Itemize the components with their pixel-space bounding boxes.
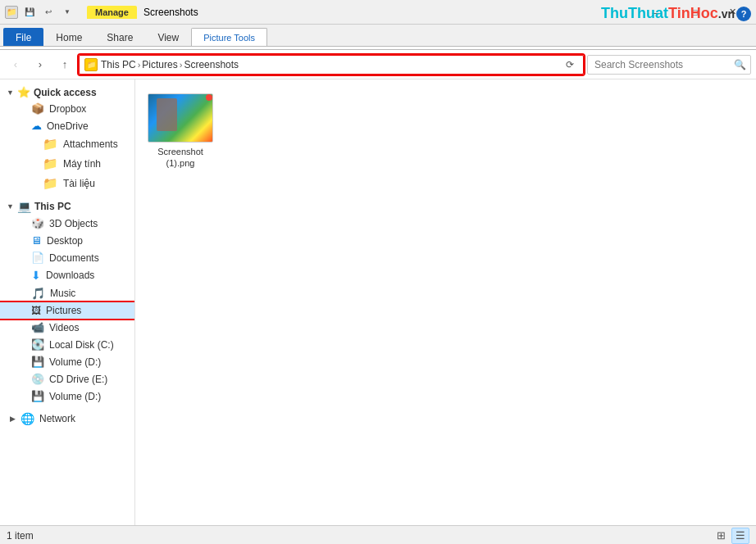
back-button[interactable]: ‹ [5,54,26,75]
view-toggle: ⊞ ☰ [712,528,749,544]
tab-file[interactable]: File [3,28,43,46]
sidebar-item-onedrive[interactable]: ☁ OneDrive [0,117,134,134]
breadcrumb-screenshots[interactable]: Screenshots [184,59,239,70]
expand-arrow-quick-access: ▼ [7,88,14,97]
sidebar-item-volume-d2[interactable]: 💾 Volume (D:) [0,388,134,405]
title-bar-left: 📁 💾 ↩ ▼ Manage Screenshots [5,4,198,20]
sidebar-label-network: Network [39,413,75,424]
sidebar-item-downloads[interactable]: ⬇ Downloads [0,266,134,284]
breadcrumb-sep-1: › [138,60,141,70]
forward-button[interactable]: › [30,54,51,75]
sidebar-label-may-tinh: Máy tính [63,158,101,170]
window-title: Screenshots [143,7,198,18]
3d-objects-icon: 🎲 [31,217,44,229]
app-icon: 📁 [5,6,18,19]
address-bar-folder-icon: 📁 [84,58,98,71]
expand-arrow-network: ▶ [10,415,16,423]
tab-picture-tools[interactable]: Picture Tools [191,28,267,46]
qat-undo[interactable]: ↩ [40,4,57,20]
documents-icon: 📄 [31,252,44,264]
qat-save[interactable]: 💾 [21,4,38,20]
pictures-icon: 🖼 [31,305,41,316]
sidebar-item-local-disk-c[interactable]: 💽 Local Disk (C:) [0,336,134,353]
view-grid-button[interactable]: ⊞ [712,528,730,544]
status-bar: 1 item ⊞ ☰ [0,525,756,544]
search-container: 🔍 [587,55,751,75]
sidebar-label-onedrive: OneDrive [47,120,89,132]
sidebar-item-network[interactable]: ▶ 🌐 Network [0,410,134,428]
sidebar-label-videos: Videos [49,322,79,333]
network-icon: 🌐 [20,412,34,425]
quick-access-toolbar: 💾 ↩ ▼ [21,4,75,20]
main-layout: ▼ ⭐ Quick access 📦 Dropbox ☁ OneDrive 📁 … [0,79,756,525]
file-name: Screenshot (1).png [149,146,212,170]
quick-access-icon: ⭐ [17,86,30,98]
sidebar-label-3d-objects: 3D Objects [49,218,98,229]
watermark-dot: .vn [718,7,735,20]
sidebar-item-documents[interactable]: 📄 Documents [0,249,134,266]
address-bar[interactable]: 📁 This PC › Pictures › Screenshots ⟳ [79,55,584,75]
file-grid: Screenshot (1).png [143,88,748,175]
sidebar-item-dropbox[interactable]: 📦 Dropbox [0,100,134,117]
refresh-button[interactable]: ⟳ [562,57,578,73]
tai-lieu-icon: 📁 [43,176,58,191]
watermark-thu: Thu [601,5,628,21]
sidebar-group-quick-access[interactable]: ▼ ⭐ Quick access [0,83,134,100]
breadcrumb-this-pc[interactable]: This PC [101,59,136,70]
sidebar-label-desktop: Desktop [47,235,83,247]
expand-arrow-this-pc: ▼ [7,202,14,211]
file-item[interactable]: Screenshot (1).png [143,88,217,175]
watermark: ThuThuatTinHoc.vn? [601,5,751,22]
sidebar-label-volume-d: Volume (D:) [49,356,101,368]
sidebar-label-attachments: Attachments [63,138,118,150]
sidebar-label-tai-lieu: Tài liệu [63,178,95,189]
tab-share[interactable]: Share [94,28,145,46]
sidebar-item-pictures[interactable]: 🖼 Pictures [0,302,134,319]
search-input[interactable] [587,55,751,75]
sidebar-item-tai-lieu[interactable]: 📁 Tài liệu [0,174,134,193]
sidebar-label-quick-access: Quick access [34,87,97,98]
sidebar-label-documents: Documents [49,252,99,264]
breadcrumb: This PC › Pictures › Screenshots [101,59,239,70]
this-pc-icon: 💻 [17,200,31,213]
breadcrumb-pictures[interactable]: Pictures [142,59,177,70]
sidebar-item-music[interactable]: 🎵 Music [0,284,134,302]
tab-home[interactable]: Home [43,28,94,46]
music-icon: 🎵 [31,287,45,300]
onedrive-icon: ☁ [31,120,42,132]
file-thumbnail [148,93,213,143]
ribbon-tab-manage-title: Manage [87,6,137,19]
ribbon: File Home Share View Picture Tools [0,25,756,50]
may-tinh-icon: 📁 [43,156,58,171]
sidebar: ▼ ⭐ Quick access 📦 Dropbox ☁ OneDrive 📁 … [0,79,135,525]
watermark-thuat: Thuat [628,5,668,21]
item-count: 1 item [7,530,34,542]
sidebar-label-dropbox: Dropbox [49,103,86,115]
downloads-icon: ⬇ [31,269,41,282]
ribbon-tab-row: File Home Share View Picture Tools [0,25,756,46]
sidebar-label-this-pc: This PC [34,201,71,212]
volume-d2-icon: 💾 [31,390,44,402]
sidebar-label-local-disk-c: Local Disk (C:) [49,339,114,351]
sidebar-item-videos[interactable]: 📹 Videos [0,319,134,336]
sidebar-item-3d-objects[interactable]: 🎲 3D Objects [0,215,134,232]
sidebar-group-this-pc[interactable]: ▼ 💻 This PC [0,197,134,215]
breadcrumb-sep-2: › [180,60,183,70]
sidebar-item-attachments[interactable]: 📁 Attachments [0,134,134,154]
help-icon[interactable]: ? [736,7,751,21]
qat-dropdown[interactable]: ▼ [59,4,75,20]
sidebar-label-cd-drive-e: CD Drive (E:) [49,374,107,385]
sidebar-label-pictures: Pictures [46,305,81,316]
watermark-hoc: Hoc [690,5,718,21]
sidebar-label-music: Music [50,288,75,299]
tab-view[interactable]: View [145,28,191,46]
sidebar-item-cd-drive-e[interactable]: 💿 CD Drive (E:) [0,370,134,388]
watermark-tin: Tin [668,5,690,21]
view-list-button[interactable]: ☰ [731,528,749,544]
up-button[interactable]: ↑ [54,54,75,75]
sidebar-item-desktop[interactable]: 🖥 Desktop [0,232,134,249]
sidebar-item-volume-d[interactable]: 💾 Volume (D:) [0,353,134,370]
sidebar-label-volume-d2: Volume (D:) [49,391,101,402]
sidebar-item-may-tinh[interactable]: 📁 Máy tính [0,154,134,174]
local-disk-c-icon: 💽 [31,338,44,351]
